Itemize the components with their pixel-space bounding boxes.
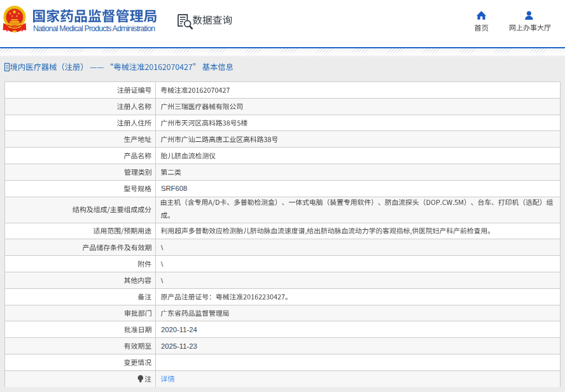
svg-text:SRF608: SRF608 (161, 185, 187, 192)
svg-text:2025-11-23: 2025-11-23 (161, 342, 197, 350)
svg-text:\: \ (161, 277, 164, 284)
svg-text:\: \ (161, 244, 164, 251)
svg-text:2020-11-24: 2020-11-24 (161, 326, 197, 333)
svg-text:\: \ (161, 260, 164, 268)
svg-text:National Medical Products Admi: National Medical Products Administration (33, 24, 155, 33)
